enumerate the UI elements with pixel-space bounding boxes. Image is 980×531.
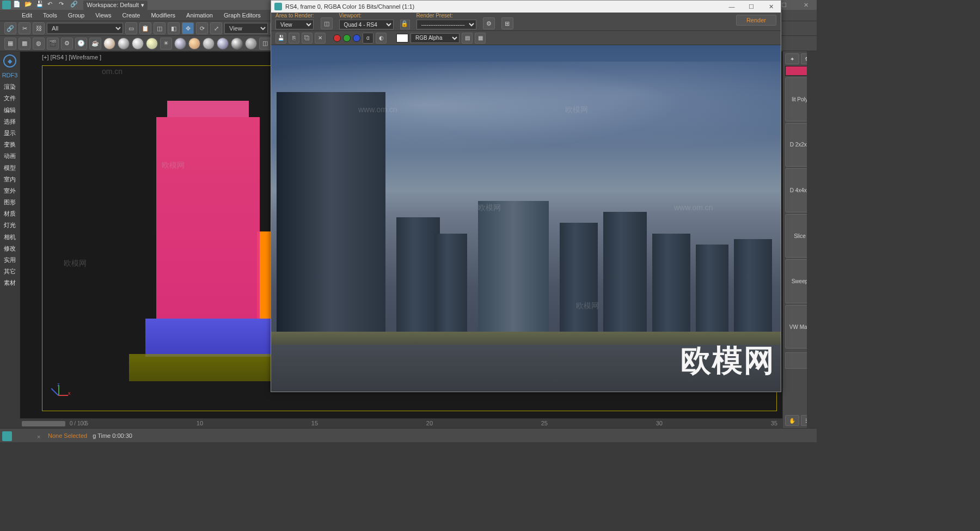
area-to-render-select[interactable]: View: [275, 20, 314, 29]
sun-icon[interactable]: ☀: [160, 38, 172, 50]
copy-image-icon[interactable]: ⎘: [289, 33, 299, 44]
sidebar-top-icon[interactable]: ◆: [3, 54, 16, 68]
channel-alpha-icon[interactable]: α: [363, 33, 373, 44]
sidebar-item-exterior[interactable]: 室外: [4, 187, 16, 194]
preset-lock-icon[interactable]: ⊞: [501, 17, 513, 29]
sidebar-item-interior[interactable]: 室内: [4, 176, 16, 183]
select-by-name-icon[interactable]: 📋: [139, 22, 151, 34]
app-close-button[interactable]: ✕: [795, 0, 817, 10]
select-move-icon[interactable]: ✥: [182, 22, 194, 34]
menu-modifiers[interactable]: Modifiers: [145, 12, 181, 19]
sphere1-icon[interactable]: [103, 38, 115, 50]
qa-undo-icon[interactable]: ↶: [47, 1, 56, 9]
qa-new-icon[interactable]: 📄: [13, 1, 22, 9]
sphere9-icon[interactable]: [231, 38, 243, 50]
sphere3-icon[interactable]: [132, 38, 144, 50]
sidebar-item-shape[interactable]: 图形: [4, 199, 16, 206]
render-frame-window[interactable]: RS4, frame 0, RGBA Color 16 Bits/Channel…: [271, 0, 781, 392]
mono-toggle-icon[interactable]: ◐: [376, 33, 387, 44]
render-window-titlebar[interactable]: RS4, frame 0, RGBA Color 16 Bits/Channel…: [271, 1, 781, 13]
tbr2-d[interactable]: 🎬: [47, 38, 59, 50]
menu-tools[interactable]: Tools: [38, 12, 63, 19]
select-link-icon[interactable]: 🔗: [4, 22, 16, 34]
sidebar-item-assets[interactable]: 素材: [4, 279, 16, 286]
sidebar-item-edit[interactable]: 编辑: [4, 107, 16, 114]
save-image-icon[interactable]: 💾: [275, 33, 286, 44]
time-slider-thumb[interactable]: [22, 421, 65, 426]
preset-settings-icon[interactable]: ⚙: [483, 17, 495, 29]
menu-create[interactable]: Create: [117, 12, 145, 19]
qa-save-icon[interactable]: 💾: [36, 1, 45, 9]
menu-views[interactable]: Views: [90, 12, 117, 19]
channel-display-select[interactable]: RGB Alpha: [411, 33, 460, 43]
sidebar-item-model[interactable]: 模型: [4, 164, 16, 172]
sidebar-item-camera[interactable]: 相机: [4, 234, 16, 241]
tbr2-teapot-icon[interactable]: ☕: [89, 38, 101, 50]
scale-icon[interactable]: ⤢: [210, 22, 222, 34]
menu-animation[interactable]: Animation: [181, 12, 218, 19]
cp-tab-create-icon[interactable]: ✦: [785, 53, 799, 64]
sphere10-icon[interactable]: [245, 38, 257, 50]
tbr2-a[interactable]: ▦: [4, 38, 16, 50]
menu-group[interactable]: Group: [63, 12, 90, 19]
tbr2-c[interactable]: ◍: [33, 38, 45, 50]
sphere5-icon[interactable]: [174, 38, 186, 50]
time-slider-track[interactable]: 0 / 100 5101520253035: [20, 418, 783, 428]
sphere4-icon[interactable]: [146, 38, 158, 50]
sidebar-item-light[interactable]: 灯光: [4, 222, 16, 229]
ref-coord-system[interactable]: View: [224, 23, 268, 34]
tbr2-box1[interactable]: ◫: [259, 38, 271, 50]
toggle-ui-1-icon[interactable]: ▤: [462, 33, 473, 44]
clone-frame-icon[interactable]: ⿻: [302, 33, 313, 44]
maxscript-mini-listener-icon[interactable]: [2, 431, 12, 441]
sphere7-icon[interactable]: [203, 38, 215, 50]
qa-link-icon[interactable]: 🔗: [70, 1, 79, 9]
menu-edit[interactable]: Edit: [16, 12, 38, 19]
viewport-lock-icon[interactable]: 🔒: [400, 20, 410, 29]
sidebar-item-anim[interactable]: 动画: [4, 152, 16, 160]
render-window-max-button[interactable]: ☐: [742, 1, 761, 13]
listener-close-icon[interactable]: ×: [37, 434, 40, 440]
area-edit-region-icon[interactable]: ◫: [321, 17, 333, 29]
quick-access-toolbar[interactable]: 📄 📂 💾 ↶ ↷ 🔗: [13, 1, 80, 9]
sphere6-icon[interactable]: [188, 38, 200, 50]
sidebar-item-other[interactable]: 其它: [4, 268, 16, 275]
workspace-selector[interactable]: Workspace: Default ▾: [83, 1, 148, 10]
sidebar-item-file[interactable]: 文件: [4, 95, 16, 102]
delete-frame-icon[interactable]: ✕: [315, 33, 326, 44]
sidebar-item-material[interactable]: 材质: [4, 210, 16, 217]
tbr2-f[interactable]: 🕐: [75, 38, 87, 50]
render-preset-select[interactable]: -------------------------: [416, 20, 476, 29]
toggle-ui-2-icon[interactable]: ▦: [475, 33, 486, 44]
render-window-close-button[interactable]: ✕: [761, 1, 781, 13]
render-output-canvas[interactable]: www.om.cn 欧模网 欧模网 www.om.cn 欧模网 欧模网: [271, 45, 781, 392]
sidebar-item-display[interactable]: 显示: [4, 130, 16, 137]
sidebar-item-util[interactable]: 实用: [4, 257, 16, 264]
sidebar-item-select[interactable]: 选择: [4, 118, 16, 125]
bind-icon[interactable]: ⛓: [33, 22, 45, 34]
qa-open-icon[interactable]: 📂: [24, 1, 33, 9]
channel-red-icon[interactable]: [333, 34, 341, 42]
viewport-select[interactable]: Quad 4 - RS4: [339, 20, 394, 29]
bg-color-swatch[interactable]: [396, 34, 408, 42]
select-region-icon[interactable]: ◫: [154, 22, 166, 34]
menu-graph-editors[interactable]: Graph Editors: [218, 12, 266, 19]
render-button[interactable]: Render: [736, 15, 776, 26]
sidebar-item-modify[interactable]: 修改: [4, 245, 16, 252]
rotate-icon[interactable]: ⟳: [196, 22, 208, 34]
sphere8-icon[interactable]: [217, 38, 229, 50]
sphere2-icon[interactable]: [118, 38, 130, 50]
qa-redo-icon[interactable]: ↷: [59, 1, 68, 9]
selection-filter[interactable]: All: [47, 23, 123, 34]
tbr2-b[interactable]: ▩: [19, 38, 30, 50]
sidebar-label-rdf3[interactable]: RDF3: [2, 72, 18, 79]
channel-blue-icon[interactable]: [353, 34, 360, 42]
sidebar-item-render[interactable]: 渲染: [4, 83, 16, 90]
tbr2-e[interactable]: ⚙: [61, 38, 73, 50]
sidebar-item-transform[interactable]: 变换: [4, 141, 16, 148]
select-icon[interactable]: ▭: [125, 22, 137, 34]
window-crossing-icon[interactable]: ◧: [168, 22, 180, 34]
cp-hand-icon[interactable]: ✋: [785, 415, 799, 426]
unlink-icon[interactable]: ✂: [19, 22, 30, 34]
channel-green-icon[interactable]: [343, 34, 351, 42]
